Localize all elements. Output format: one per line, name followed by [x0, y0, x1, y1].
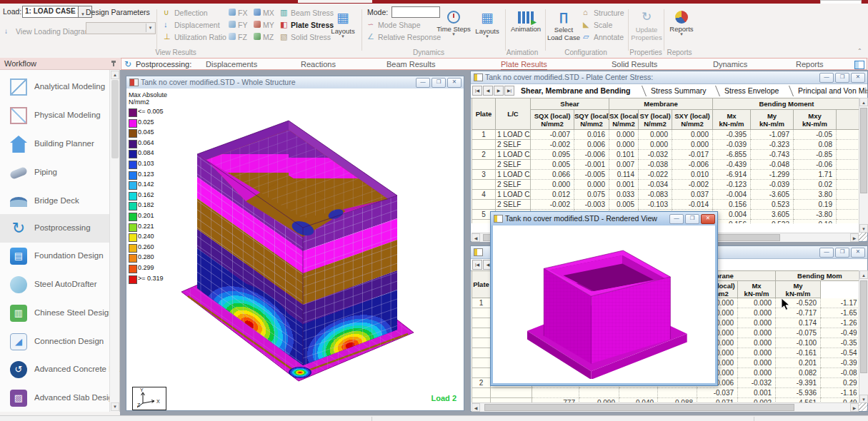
- my-button[interactable]: MY: [263, 21, 274, 29]
- summary-vertical-scrollbar[interactable]: ▲ ▼: [859, 270, 868, 403]
- minimize-button[interactable]: —: [819, 248, 834, 258]
- sidebar-item-connection-design[interactable]: ◢ Connection Design: [0, 328, 109, 356]
- scroll-up-icon[interactable]: ▲: [859, 270, 868, 279]
- fz-button[interactable]: FZ: [238, 33, 247, 41]
- maximize-button[interactable]: ❐: [685, 214, 699, 224]
- sidebar-item-advanced-concrete[interactable]: ↺ Advanced Concrete D...: [0, 355, 109, 384]
- stress-table-row[interactable]: 21 LOAD CAS 0.095-0.006 0.101-0.032 -0.0…: [472, 150, 860, 160]
- last-sheet-icon[interactable]: ▶|: [504, 86, 514, 96]
- scroll-left-icon[interactable]: ◀: [472, 233, 480, 242]
- maximize-button[interactable]: ❐: [835, 73, 849, 83]
- stress-table-row[interactable]: 11 LOAD CAS -0.0070.016 0.0000.000 0.000…: [472, 130, 860, 140]
- sidebar-item-foundation-design[interactable]: ▤ Foundation Design: [0, 242, 109, 270]
- view-loading-diagram-button[interactable]: View Loading Diagram: [16, 27, 91, 36]
- first-sheet-icon[interactable]: |◀: [472, 86, 482, 96]
- scale-button[interactable]: Scale: [594, 21, 612, 29]
- resize-grip[interactable]: [859, 402, 867, 411]
- annotate-button[interactable]: Annotate: [594, 33, 624, 41]
- scroll-up-icon[interactable]: ▲: [111, 71, 119, 79]
- tab-dynamics[interactable]: Dynamics: [713, 60, 747, 69]
- maximize-button[interactable]: ❐: [431, 78, 446, 88]
- time-steps-button[interactable]: Time Steps ▼: [437, 9, 471, 51]
- close-button[interactable]: ✕: [447, 78, 462, 88]
- fy-button[interactable]: FY: [238, 21, 247, 29]
- close-button[interactable]: ✕: [851, 73, 865, 83]
- stress-window-titlebar[interactable]: Tank no cover modified.STD - Plate Cente…: [471, 71, 867, 84]
- rendered-view-window[interactable]: Tank no cover modified.STD - Rendered Vi…: [490, 211, 718, 386]
- stress-table-row[interactable]: 2 SELF -0.002-0.003 0.005-0.103 -0.0140.…: [472, 200, 860, 210]
- stress-table-row[interactable]: 2 SELF -0.0020.006 0.0000.000 0.000-0.03…: [472, 140, 860, 150]
- animation-button[interactable]: ▶ Animation: [508, 9, 544, 51]
- mode-shape-button[interactable]: Mode Shape: [378, 21, 421, 29]
- maximize-button[interactable]: ❐: [835, 248, 849, 258]
- summary-table-row[interactable]: -0.0370.001 -5.936-1.16: [472, 388, 860, 398]
- prev-sheet-icon[interactable]: ◀: [483, 86, 493, 96]
- minimize-button[interactable]: —: [416, 78, 430, 88]
- stress-table-row[interactable]: 2 SELF 0.005-0.001 0.007-0.038 -0.006-0.…: [472, 160, 860, 170]
- stress-table-row[interactable]: 41 LOAD CAS 0.0120.075 0.033-0.083 0.037…: [472, 190, 860, 200]
- reports-button[interactable]: Reports ▼: [667, 9, 697, 51]
- close-button[interactable]: ✕: [851, 248, 865, 258]
- deflection-button[interactable]: Deflection: [174, 9, 208, 17]
- stress-table-row[interactable]: 31 LOAD CAS 0.066-0.005 0.114-0.022 0.01…: [472, 170, 860, 180]
- scroll-right-icon[interactable]: ▶: [850, 403, 859, 412]
- layouts-button[interactable]: ▦ Layouts ▼: [327, 9, 359, 51]
- load-case-combo[interactable]: 1: LOAD CASE 1: [22, 6, 82, 18]
- sidebar-item-steel-autodrafter[interactable]: Steel AutoDrafter: [0, 270, 109, 299]
- minimize-button[interactable]: —: [669, 214, 684, 224]
- fx-button[interactable]: FX: [238, 9, 247, 17]
- tab-plate-results[interactable]: Plate Results: [501, 60, 547, 70]
- ribbon-collapse-icon[interactable]: ⌃: [857, 48, 862, 54]
- stress-model-3d[interactable]: [126, 88, 464, 410]
- sidebar-item-piping[interactable]: Piping: [0, 158, 109, 187]
- sidebar-item-chinese-steel-design[interactable]: ▥ Chinese Steel Design: [0, 299, 109, 328]
- scroll-right-icon[interactable]: ▶: [850, 233, 859, 242]
- whole-structure-titlebar[interactable]: Tank no cover modified.STD - Whole Struc…: [126, 76, 464, 89]
- rendered-view-titlebar[interactable]: Tank no cover modified.STD - Rendered Vi…: [491, 212, 717, 226]
- tab-displacements[interactable]: Displacements: [206, 60, 257, 69]
- sidebar-item-bridge-deck[interactable]: Bridge Deck: [0, 187, 109, 215]
- resize-grip[interactable]: [859, 233, 867, 241]
- sidebar-item-physical-modeling[interactable]: Physical Modeling: [0, 101, 109, 130]
- first-sheet-icon[interactable]: |◀: [472, 260, 482, 270]
- tab-reports[interactable]: Reports: [796, 60, 824, 69]
- layouts2-button[interactable]: ▦ Layouts ▼: [472, 9, 502, 51]
- stress-vertical-scrollbar[interactable]: ▲ ▼: [859, 98, 868, 233]
- sidebar-scrollbar[interactable]: ▲ ▼: [109, 70, 119, 412]
- tab-beam-results[interactable]: Beam Results: [386, 60, 435, 69]
- sheet-tab-shear-membrane-bending[interactable]: Shear, Membrane and Bending: [521, 86, 630, 95]
- sheet-tab-stress-envelope[interactable]: Stress Envelope: [724, 86, 779, 95]
- mode-combo[interactable]: [391, 6, 440, 18]
- structure-button[interactable]: Structure: [594, 9, 624, 17]
- sidebar-scroll-thumb[interactable]: [111, 80, 119, 158]
- tab-reactions[interactable]: Reactions: [301, 60, 336, 69]
- sidebar-item-advanced-slab-design[interactable]: ▨ Advanced Slab Design: [0, 384, 109, 412]
- structure-canvas[interactable]: Max Absolute N/mm2 <= 0.005 0.0: [126, 88, 464, 410]
- summary-horizontal-scrollbar[interactable]: ◀ ▶: [472, 402, 859, 412]
- sidebar-item-postprocessing[interactable]: ↻ Postprocessing: [0, 214, 109, 243]
- scroll-down-icon[interactable]: ▼: [859, 224, 868, 233]
- mz-button[interactable]: MZ: [263, 33, 274, 41]
- solid-stress-button[interactable]: Solid Stress: [291, 33, 331, 41]
- stress-table[interactable]: Plate L/C Shear Membrane Bending Moment …: [472, 98, 859, 223]
- minimize-button[interactable]: —: [819, 73, 834, 83]
- pin-icon[interactable]: [113, 61, 114, 66]
- design-parameters-combo[interactable]: ▼: [86, 22, 156, 34]
- sidebar-item-analytical-modeling[interactable]: Analytical Modeling: [0, 73, 109, 101]
- tab-solid-results[interactable]: Solid Results: [612, 60, 657, 69]
- displacement-button[interactable]: Displacement: [174, 21, 220, 29]
- scroll-left-icon[interactable]: ◀: [472, 403, 480, 412]
- sheet-tab-principal-von-mises[interactable]: Principal and Von Mis: [798, 86, 867, 95]
- relative-response-button[interactable]: Relative Response: [378, 33, 441, 41]
- next-sheet-icon[interactable]: ▶: [494, 86, 504, 96]
- sheet-tab-stress-summary[interactable]: Stress Summary: [651, 86, 707, 95]
- utilization-ratio-button[interactable]: Utilization Ratio: [174, 33, 226, 41]
- window-layout-icon[interactable]: [854, 61, 864, 69]
- scroll-up-icon[interactable]: ▲: [859, 98, 868, 106]
- sidebar-item-building-planner[interactable]: Building Planner: [0, 130, 109, 158]
- update-properties-button[interactable]: ↻ Update Properties: [630, 9, 663, 51]
- mx-button[interactable]: MX: [263, 9, 274, 17]
- stress-table-row[interactable]: 2 SELF 0.0000.000 0.001-0.034 -0.002-0.1…: [472, 180, 860, 190]
- rendered-view-canvas[interactable]: [491, 225, 717, 385]
- close-button[interactable]: ✕: [701, 214, 715, 224]
